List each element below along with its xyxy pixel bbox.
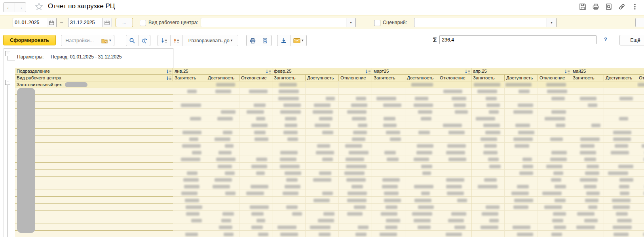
data-cell[interactable]: [538, 170, 571, 177]
data-cell[interactable]: [372, 183, 405, 190]
data-cell[interactable]: [571, 204, 604, 211]
data-cell[interactable]: [372, 190, 405, 197]
data-cell[interactable]: [438, 95, 471, 102]
data-cell[interactable]: [471, 190, 505, 197]
data-cell[interactable]: [372, 102, 405, 109]
data-cell[interactable]: [571, 149, 604, 156]
data-cell[interactable]: [173, 136, 206, 143]
data-cell[interactable]: [438, 115, 471, 122]
data-cell[interactable]: [505, 156, 538, 163]
data-cell[interactable]: [306, 231, 339, 237]
month-header[interactable]: март25: [372, 68, 471, 75]
data-cell[interactable]: [339, 115, 372, 122]
data-cell[interactable]: [339, 183, 372, 190]
row-label-cell[interactable]: [15, 190, 173, 197]
data-cell[interactable]: [239, 136, 272, 143]
data-cell[interactable]: [372, 129, 405, 136]
data-cell[interactable]: [637, 129, 644, 136]
data-cell[interactable]: [206, 170, 239, 177]
data-cell[interactable]: [372, 163, 405, 170]
subcolumn-header[interactable]: Доступность: [206, 75, 239, 81]
data-cell[interactable]: [604, 177, 637, 183]
data-cell[interactable]: [239, 190, 272, 197]
row-label-cell[interactable]: [15, 88, 173, 95]
data-cell[interactable]: [538, 224, 571, 231]
month-header[interactable]: май25: [571, 68, 644, 75]
data-cell[interactable]: [405, 149, 438, 156]
data-cell[interactable]: [571, 109, 604, 115]
data-cell[interactable]: [405, 163, 438, 170]
data-cell[interactable]: [571, 136, 604, 143]
sort-icon[interactable]: [266, 69, 271, 73]
data-cell[interactable]: [505, 109, 538, 115]
data-cell[interactable]: [339, 129, 372, 136]
data-cell[interactable]: [272, 204, 306, 211]
row-label-cell[interactable]: [15, 163, 173, 170]
data-cell[interactable]: [471, 204, 505, 211]
period-more-button[interactable]: ...: [116, 18, 133, 27]
data-cell[interactable]: [306, 81, 339, 88]
data-cell[interactable]: [206, 129, 239, 136]
save-icon[interactable]: [578, 2, 587, 11]
data-cell[interactable]: [339, 109, 372, 115]
data-cell[interactable]: [206, 211, 239, 217]
data-cell[interactable]: [505, 102, 538, 109]
date-to-input[interactable]: [68, 18, 102, 27]
data-cell[interactable]: [571, 197, 604, 204]
data-cell[interactable]: [471, 122, 505, 129]
data-cell[interactable]: [538, 197, 571, 204]
subcolumn-header[interactable]: Отклонение: [637, 75, 644, 81]
data-cell[interactable]: [239, 177, 272, 183]
data-cell[interactable]: [505, 170, 538, 177]
data-cell[interactable]: [339, 95, 372, 102]
data-cell[interactable]: [173, 170, 206, 177]
data-cell[interactable]: [438, 211, 471, 217]
collapse-all-icon[interactable]: [170, 35, 182, 46]
row-label-cell[interactable]: [15, 129, 173, 136]
data-cell[interactable]: [405, 211, 438, 217]
link-icon[interactable]: [617, 2, 626, 11]
data-cell[interactable]: [339, 217, 372, 224]
data-cell[interactable]: [372, 95, 405, 102]
data-cell[interactable]: [272, 122, 306, 129]
chevron-down-icon[interactable]: ▾: [346, 18, 355, 27]
data-cell[interactable]: [239, 156, 272, 163]
data-cell[interactable]: [372, 211, 405, 217]
data-cell[interactable]: [306, 129, 339, 136]
data-cell[interactable]: [471, 149, 505, 156]
data-cell[interactable]: [405, 122, 438, 129]
data-cell[interactable]: [173, 149, 206, 156]
sort-icon[interactable]: [465, 69, 470, 73]
data-cell[interactable]: [637, 177, 644, 183]
clipped-edge-button[interactable]: [635, 18, 644, 27]
data-cell[interactable]: [405, 170, 438, 177]
data-cell[interactable]: [505, 143, 538, 149]
data-cell[interactable]: [571, 88, 604, 95]
data-cell[interactable]: [505, 95, 538, 102]
data-cell[interactable]: [173, 163, 206, 170]
data-cell[interactable]: [471, 156, 505, 163]
data-cell[interactable]: [538, 81, 571, 88]
data-cell[interactable]: [239, 183, 272, 190]
chevron-down-icon[interactable]: ▾: [547, 18, 556, 27]
data-cell[interactable]: [339, 102, 372, 109]
data-cell[interactable]: [505, 88, 538, 95]
data-cell[interactable]: [405, 88, 438, 95]
data-cell[interactable]: [438, 149, 471, 156]
data-cell[interactable]: [272, 129, 306, 136]
data-cell[interactable]: [173, 122, 206, 129]
data-cell[interactable]: [604, 136, 637, 143]
data-cell[interactable]: [339, 122, 372, 129]
data-cell[interactable]: [272, 163, 306, 170]
data-cell[interactable]: [372, 115, 405, 122]
forward-button[interactable]: →: [15, 3, 26, 12]
data-cell[interactable]: [505, 149, 538, 156]
data-cell[interactable]: [206, 224, 239, 231]
data-cell[interactable]: [306, 224, 339, 231]
data-cell[interactable]: [173, 217, 206, 224]
data-cell[interactable]: [471, 163, 505, 170]
data-cell[interactable]: [239, 122, 272, 129]
subcolumn-header[interactable]: Занятость: [173, 75, 206, 81]
data-cell[interactable]: [505, 224, 538, 231]
row-label-cell[interactable]: [15, 183, 173, 190]
